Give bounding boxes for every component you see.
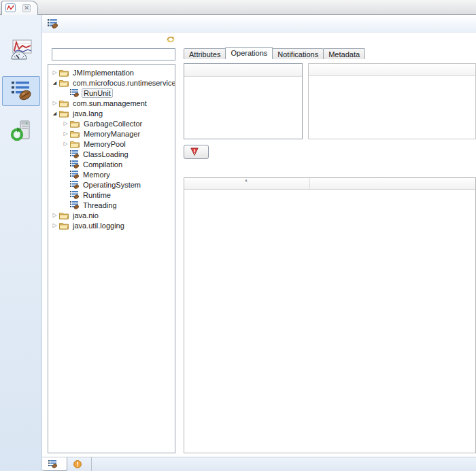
mbean-icon	[70, 160, 79, 169]
tree-item-label: MemoryPool	[82, 140, 127, 148]
feature-tabs: Attributes Operations Notifications Meta…	[184, 47, 476, 59]
expand-arrow-icon[interactable]	[50, 211, 59, 220]
expand-arrow-icon[interactable]	[61, 119, 70, 128]
tree-item[interactable]: Compilation	[48, 159, 175, 169]
tree-item[interactable]: com.microfocus.runtimeservices	[48, 77, 175, 88]
mbean-icon	[70, 180, 79, 189]
tree-item[interactable]: ClassLoading	[48, 149, 175, 159]
tree-item[interactable]: Memory	[48, 169, 175, 179]
expand-arrow-icon[interactable]	[50, 68, 59, 77]
mbean-tree[interactable]: JMImplementation com.microfocus.runtimes…	[48, 64, 175, 453]
sort-ascending-icon: ▲	[244, 178, 248, 182]
results-name-column-header[interactable]: ▲	[184, 178, 310, 189]
bottom-view-tabs	[42, 457, 476, 471]
mbean-icon	[70, 88, 79, 97]
mbean-icon	[70, 150, 79, 158]
tree-item-label: Threading	[82, 201, 118, 209]
operation-icon	[190, 147, 199, 156]
mbean-icon	[70, 190, 79, 199]
feature-tab[interactable]: Operations	[225, 47, 273, 59]
tree-item-label: RunUnit	[82, 88, 113, 98]
mbean-icon	[70, 200, 79, 209]
close-icon[interactable]: ✕	[22, 4, 31, 12]
mbean-features-pane: Attributes Operations Notifications Meta…	[184, 33, 476, 457]
mbean-browser-icon	[48, 459, 57, 468]
tree-item[interactable]: Threading	[48, 200, 175, 210]
synchronize-icon[interactable]	[166, 35, 175, 43]
folder-icon	[59, 69, 69, 77]
folder-icon	[59, 211, 69, 220]
general-chart-icon	[10, 39, 32, 60]
view-header	[42, 15, 476, 33]
feature-tab-label: Attributes	[189, 50, 220, 58]
tree-item[interactable]: JMImplementation	[48, 67, 175, 77]
expand-arrow-icon[interactable]	[50, 99, 59, 107]
mbean-tree-pane: JMImplementation com.microfocus.runtimes…	[48, 33, 178, 457]
tree-item[interactable]: com.sun.management	[48, 98, 175, 108]
warning-icon	[73, 460, 82, 468]
folder-icon	[59, 99, 69, 107]
editor-tab-bar: ✕	[0, 0, 476, 15]
filter-input[interactable]	[52, 48, 175, 60]
tree-item-label: com.microfocus.runtimeservices	[71, 79, 175, 87]
rail-item-mbeans[interactable]	[2, 76, 40, 106]
runtime-icon	[10, 120, 32, 142]
tree-item[interactable]: MemoryManager	[48, 128, 175, 139]
tree-item-label: java.nio	[71, 211, 100, 220]
feature-tab-label: Metadata	[328, 50, 360, 58]
footer-tab-mbean-browser[interactable]	[42, 457, 67, 471]
footer-tab-triggers[interactable]	[67, 457, 92, 471]
tree-item-label: com.sun.management	[71, 99, 148, 107]
tree-item[interactable]: RunUnit	[48, 88, 175, 98]
feature-tab[interactable]: Attributes	[184, 48, 226, 59]
tree-item-label: MemoryManager	[82, 130, 141, 138]
tree-item-label: java.lang	[71, 109, 104, 118]
tree-item-label: ClassLoading	[82, 150, 130, 158]
tree-item-label: Runtime	[82, 191, 112, 199]
feature-tab-label: Notifications	[277, 50, 318, 58]
tree-item[interactable]: java.lang	[48, 108, 175, 118]
tree-item-label: Memory	[82, 171, 112, 179]
mbean-browser-icon	[48, 18, 58, 29]
chart-tab-icon	[5, 3, 16, 12]
editor-tab-userununit[interactable]: ✕	[1, 1, 38, 15]
mbean-icon	[70, 170, 79, 179]
expand-arrow-icon[interactable]	[61, 139, 70, 148]
feature-tab-label: Operations	[231, 49, 267, 57]
tree-item-label: java.util.logging	[71, 222, 126, 230]
feature-tab[interactable]: Metadata	[323, 48, 365, 59]
tree-item-label: Compilation	[82, 160, 124, 169]
results-tree-table: ▲	[184, 177, 476, 453]
expand-arrow-icon[interactable]	[50, 221, 59, 230]
folder-icon	[59, 222, 69, 230]
tree-item[interactable]: Runtime	[48, 190, 175, 200]
rail-item-general[interactable]	[2, 35, 40, 65]
expand-arrow-icon[interactable]	[50, 109, 59, 118]
folder-icon	[70, 120, 80, 128]
result-timestamp-tabs	[184, 165, 476, 177]
tree-item[interactable]: java.util.logging	[48, 220, 175, 230]
folder-icon	[59, 109, 69, 118]
expand-arrow-icon[interactable]	[50, 78, 59, 87]
tree-item-label: GarbageCollector	[82, 120, 143, 128]
expand-arrow-icon[interactable]	[61, 129, 70, 138]
rail-item-runtime[interactable]	[2, 117, 40, 147]
parameters-table	[308, 63, 476, 139]
folder-icon	[70, 130, 80, 138]
tree-item[interactable]: OperatingSystem	[48, 179, 175, 190]
mbeans-icon	[10, 80, 32, 101]
folder-icon	[59, 79, 69, 87]
category-rail	[0, 15, 42, 471]
tree-item-label: OperatingSystem	[82, 181, 142, 189]
folder-icon	[70, 140, 80, 148]
execute-button[interactable]	[184, 145, 209, 159]
feature-tab[interactable]: Notifications	[272, 48, 324, 59]
tree-item[interactable]: java.nio	[48, 210, 175, 220]
operations-list-header[interactable]	[184, 64, 302, 77]
tree-item[interactable]: MemoryPool	[48, 139, 175, 149]
tree-item[interactable]: GarbageCollector	[48, 118, 175, 128]
results-rows	[184, 190, 475, 453]
tree-item-label: JMImplementation	[71, 69, 135, 77]
mbean-browser-editor: JMImplementation com.microfocus.runtimes…	[42, 15, 476, 471]
operations-list	[184, 63, 303, 139]
